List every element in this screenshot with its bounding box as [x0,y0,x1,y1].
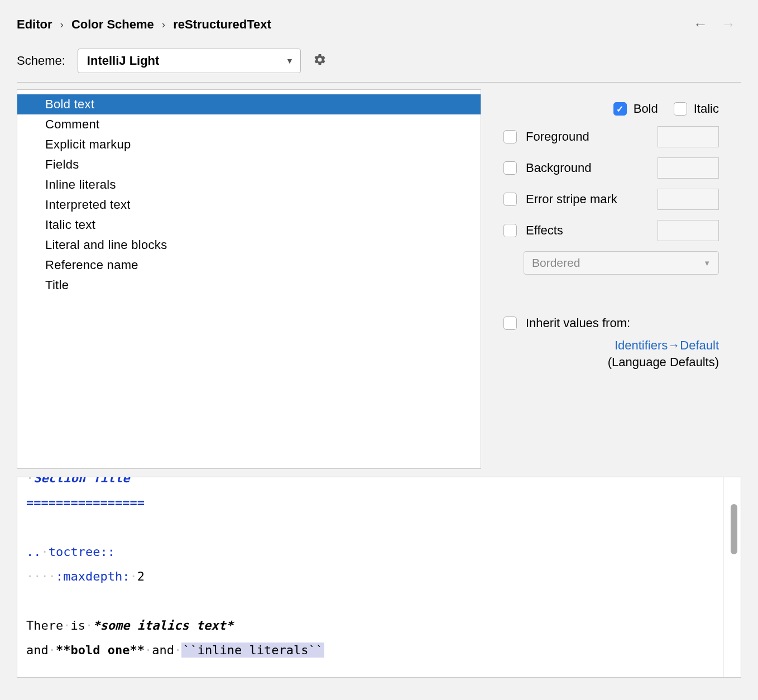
breadcrumb-item[interactable]: Color Scheme [71,17,154,32]
attribute-list[interactable]: Bold textCommentExplicit markupFieldsInl… [17,89,481,469]
inherit-checkbox[interactable]: Inherit values from: [503,316,719,330]
checkbox-icon [503,161,517,175]
preview-italic-sample: *some italics text* [93,619,233,632]
error-stripe-label: Error stripe mark [526,192,617,207]
effects-color-swatch[interactable] [658,220,719,241]
italic-checkbox[interactable]: Italic [674,102,719,116]
preview-inline-literal: ``inline literals`` [181,643,324,658]
attribute-list-item[interactable]: Interpreted text [17,195,481,215]
effects-type-value: Bordered [532,256,580,270]
breadcrumb-item[interactable]: Editor [17,17,52,32]
nav-arrows: ← → [693,16,741,33]
effects-checkbox[interactable]: Effects [503,223,563,238]
bold-label: Bold [634,102,658,116]
breadcrumb-separator: › [60,18,64,31]
preview-underline: ================ [26,491,714,515]
effects-type-select: Bordered ▼ [524,251,719,275]
breadcrumb: Editor › Color Scheme › reStructuredText [17,17,271,32]
attribute-settings-panel: Bold Italic Foreground Background [481,89,741,469]
breadcrumb-separator: › [162,18,165,31]
background-color-swatch[interactable] [658,157,719,179]
bold-checkbox[interactable]: Bold [613,102,658,116]
scheme-label: Scheme: [17,54,65,68]
scheme-select[interactable]: IntelliJ Light ▼ [78,49,301,73]
effects-label: Effects [526,223,563,238]
inherit-link[interactable]: Identifiers→Default [503,338,719,353]
checkbox-icon [503,224,517,237]
preview-content: ·Section Title ================ ..·toctr… [17,477,723,677]
preview-directive-prefix: .. [26,545,41,559]
preview-field: :maxdepth: [56,569,129,583]
attribute-list-item[interactable]: Reference name [17,255,481,275]
breadcrumb-item[interactable]: reStructuredText [173,17,271,32]
checkbox-icon [613,102,627,116]
error-stripe-color-swatch[interactable] [658,189,719,210]
background-label: Background [526,161,591,175]
attribute-list-item[interactable]: Literal and line blocks [17,235,481,255]
foreground-label: Foreground [526,130,589,144]
preview-title: Section Title [33,477,129,485]
back-arrow-icon[interactable]: ← [693,16,708,33]
attribute-list-item[interactable]: Fields [17,155,481,175]
background-checkbox[interactable]: Background [503,161,591,175]
attribute-list-item[interactable]: Title [17,275,481,295]
checkbox-icon [503,317,517,330]
checkbox-icon [503,193,517,206]
forward-arrow-icon: → [721,16,736,33]
gear-icon[interactable] [313,53,327,69]
attribute-list-item[interactable]: Inline literals [17,175,481,195]
attribute-list-item[interactable]: Bold text [17,94,481,114]
preview-directive: toctree:: [49,545,115,559]
preview-field-value: 2 [137,569,145,583]
italic-label: Italic [694,102,719,116]
checkbox-icon [503,130,517,143]
preview-scrollbar[interactable] [723,477,741,677]
attribute-list-item[interactable]: Explicit markup [17,135,481,155]
scrollbar-thumb[interactable] [731,504,737,554]
error-stripe-checkbox[interactable]: Error stripe mark [503,192,617,207]
foreground-color-swatch[interactable] [658,126,719,147]
divider [17,82,741,83]
chevron-down-icon: ▼ [286,56,294,65]
preview-editor[interactable]: ·Section Title ================ ..·toctr… [17,477,741,678]
scheme-value: IntelliJ Light [87,54,160,68]
foreground-checkbox[interactable]: Foreground [503,130,589,144]
chevron-down-icon: ▼ [703,259,711,267]
attribute-list-item[interactable]: Italic text [17,215,481,235]
inherit-label: Inherit values from: [526,316,630,330]
preview-bold-sample: **bold one** [56,643,145,657]
attribute-list-item[interactable]: Comment [17,114,481,135]
inherit-sublabel: (Language Defaults) [503,355,719,370]
checkbox-icon [674,102,687,116]
